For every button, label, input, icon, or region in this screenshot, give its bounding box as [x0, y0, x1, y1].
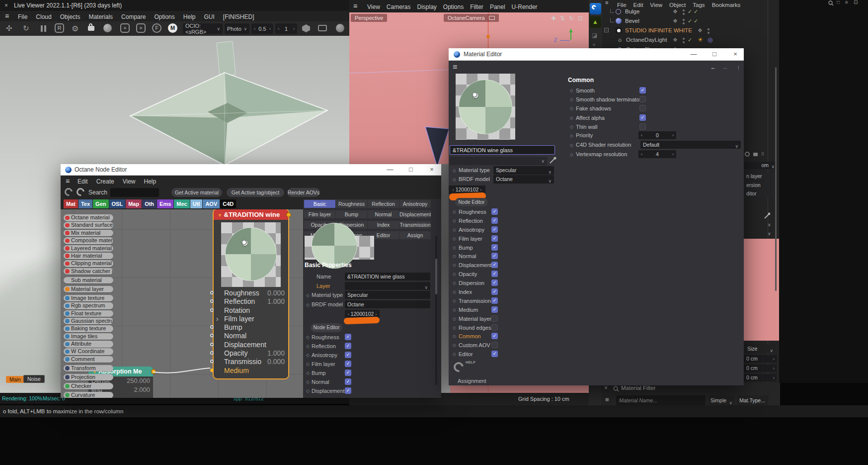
grid-dots-icon[interactable]: ⠿ [761, 152, 765, 157]
visibility-dots[interactable] [683, 38, 685, 40]
length-value[interactable]: 2.000 [134, 385, 150, 394]
menu-item[interactable]: Cameras [387, 1, 411, 13]
property-tab[interactable]: Assign [399, 231, 431, 239]
forward-arrow-icon[interactable]: → [721, 64, 728, 71]
channel-checkbox[interactable] [491, 297, 498, 304]
diamond-icon[interactable]: ◇ [306, 371, 310, 375]
minimize-icon[interactable]: — [687, 50, 700, 58]
library-item[interactable]: Sub material [64, 277, 113, 284]
common-checkbox[interactable] [639, 114, 646, 121]
menu-item[interactable]: Materials [88, 12, 113, 22]
enabled-check-icon[interactable]: ✓ [688, 35, 692, 45]
diamond-icon[interactable]: ◇ [453, 218, 456, 223]
mat-type-dropdown[interactable]: Mat.Type...∨ [737, 395, 768, 405]
chevron-down-icon[interactable]: ∨ [768, 231, 771, 236]
diamond-icon[interactable]: ◇ [453, 227, 456, 232]
menu-item[interactable]: Options [443, 1, 464, 13]
diamond-icon[interactable]: ◇ [453, 334, 456, 339]
library-item[interactable]: Image texture [64, 295, 113, 302]
library-item[interactable]: Mix material [64, 230, 113, 237]
library-item[interactable]: Image tiles [64, 333, 113, 340]
node-input-row[interactable]: Transmissio 0.000 [214, 358, 288, 366]
diamond-icon[interactable]: ◇ [453, 298, 456, 303]
name-input[interactable]: &TRADITION wine glass [345, 273, 430, 280]
close-icon[interactable]: × [4, 0, 8, 11]
common-checkbox[interactable] [639, 105, 646, 111]
diamond-icon[interactable]: ◇ [570, 97, 573, 102]
library-item[interactable]: Rgb spectrum [64, 302, 113, 309]
object-label[interactable]: OctaneDayLight [626, 35, 667, 45]
layer-tag-icon[interactable]: ❖ [673, 7, 678, 16]
shader-resolution-dropdown[interactable]: Default∨ [640, 141, 741, 149]
collapse-triangle-icon[interactable]: ▼ [218, 213, 222, 218]
node-input-row[interactable]: Bump [214, 323, 288, 332]
category-tab[interactable]: Oth [142, 199, 157, 208]
diamond-icon[interactable]: ◇ [570, 115, 573, 120]
library-item[interactable]: Checker [64, 383, 113, 390]
pick-material-icon[interactable] [103, 24, 112, 32]
zoom-icon[interactable]: ⇅ [560, 15, 565, 22]
pan-icon[interactable]: ✚ [551, 15, 556, 22]
diamond-icon[interactable]: ◇ [453, 280, 456, 285]
scale-stepper[interactable]: ‹0.5› [251, 23, 273, 34]
chevron-down-icon[interactable]: ∨ [768, 222, 771, 227]
input-socket-icon[interactable] [210, 325, 214, 329]
ocio-dropdown[interactable]: OCIO:<sRGB>∨ [183, 23, 223, 34]
property-tab[interactable]: Normal [368, 210, 399, 218]
channel-checkbox[interactable] [345, 378, 351, 385]
dispersion-fragment[interactable]: ersion [744, 182, 777, 189]
channel-checkbox[interactable] [491, 244, 498, 251]
hambur​ger-icon[interactable]: ≡ [353, 0, 357, 12]
menu-item[interactable]: Edit [78, 176, 88, 187]
density-value[interactable]: 250.000 [127, 376, 150, 385]
input-socket-icon[interactable] [210, 308, 214, 312]
material-ball-icon[interactable] [336, 24, 344, 32]
diamond-icon[interactable]: ◇ [453, 263, 456, 268]
library-item[interactable]: Gaussian spectrun [64, 318, 113, 325]
property-tab[interactable]: Reflection [368, 200, 399, 208]
diamond-icon[interactable]: ◇ [453, 352, 456, 357]
material-node[interactable]: ▼ &TRADITION wine Roughness 0.000 [213, 209, 289, 379]
menu-item[interactable]: View [123, 176, 136, 187]
diamond-icon[interactable]: ◇ [453, 316, 456, 321]
rotate-icon[interactable]: ↻ [569, 15, 574, 22]
refresh-icon[interactable]: ↻ [23, 24, 29, 33]
get-active-material-button[interactable]: Get Active material [171, 188, 222, 197]
back-arrow-icon[interactable]: ← [710, 64, 716, 71]
node-input-row[interactable]: Film layer [214, 315, 288, 323]
editor-fragment[interactable]: ditor [744, 190, 777, 197]
menu-item[interactable]: Help [183, 12, 196, 22]
target-tag-icon[interactable]: ◎ [708, 35, 712, 45]
diamond-icon[interactable]: ◇ [453, 254, 456, 259]
menu-item[interactable]: Cloud [36, 12, 51, 22]
node-input-row[interactable]: Rotation [214, 306, 288, 315]
input-socket-icon[interactable] [210, 351, 214, 355]
library-item[interactable]: Comment [64, 356, 113, 363]
diamond-icon[interactable]: ◇ [306, 353, 310, 358]
node-canvas[interactable]: ▼ Absorption Me Densit 250.000 eng 2.000 [61, 209, 303, 398]
menu-item[interactable]: Options [154, 12, 174, 22]
simple-dropdown[interactable]: Simple∨ [709, 395, 734, 405]
render-aovs-button[interactable]: Render AOVs [287, 188, 320, 197]
menu-item[interactable]: Objects [60, 12, 80, 22]
octane-logo-icon[interactable] [590, 3, 601, 14]
node-editor-button[interactable]: Node Editor [311, 323, 342, 332]
region-render-button[interactable]: R [55, 23, 64, 33]
object-row-studio[interactable]: − STUDIO INFINITE WHITE ❖ [602, 26, 776, 35]
size-value-field[interactable]: 0 cm › [744, 374, 777, 381]
category-tab[interactable]: AOV [203, 199, 220, 208]
property-tab[interactable]: Displacement [399, 210, 431, 218]
clear-region-button[interactable]: o [136, 23, 146, 33]
view-label-badge[interactable]: Perspective [351, 14, 387, 22]
channel-checkbox[interactable] [491, 306, 498, 313]
enabled-check-icon[interactable]: ✓ [694, 16, 698, 26]
eyedropper-icon[interactable] [549, 157, 556, 164]
priority-stepper[interactable]: ‹0› [638, 131, 676, 139]
toggle-view-icon[interactable]: ⊡ [578, 15, 583, 22]
node-input-row[interactable]: Reflection 1.000 [214, 297, 288, 306]
plugin-logo-icon[interactable]: ▲ [590, 16, 601, 28]
library-item[interactable]: Float texture [64, 310, 113, 317]
input-socket-icon[interactable] [210, 360, 214, 363]
material-preview[interactable] [456, 74, 515, 140]
menu-item[interactable]: View [367, 1, 380, 13]
